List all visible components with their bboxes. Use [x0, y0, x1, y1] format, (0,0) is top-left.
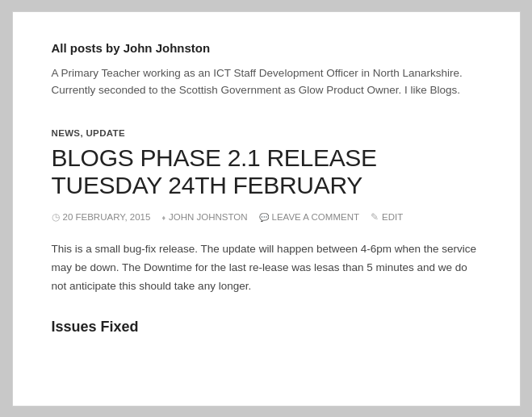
author-heading: All posts by John Johnston [52, 41, 481, 55]
post-title: BLOGS PHASE 2.1 RELEASE TUESDAY 24TH FEB… [52, 144, 481, 200]
post-meta: 20 FEBRUARY, 2015 JOHN JOHNSTON LEAVE A … [52, 211, 481, 223]
post-author: JOHN JOHNSTON [161, 212, 247, 222]
post-comment: LEAVE A COMMENT [259, 212, 359, 222]
post-edit: EDIT [371, 211, 403, 223]
post-section: NEWS, UPDATE BLOGS PHASE 2.1 RELEASE TUE… [52, 128, 481, 336]
comment-icon [259, 212, 269, 222]
post-author-link[interactable]: JOHN JOHNSTON [169, 212, 248, 222]
page-container: All posts by John Johnston A Primary Tea… [12, 11, 521, 407]
author-section: All posts by John Johnston A Primary Tea… [52, 41, 481, 99]
issues-heading: Issues Fixed [52, 319, 481, 336]
author-bio: A Primary Teacher working as an ICT Staf… [52, 65, 481, 99]
edit-icon [371, 211, 379, 223]
person-icon [161, 212, 165, 222]
post-date-text: 20 FEBRUARY, 2015 [63, 212, 151, 222]
post-comment-link[interactable]: LEAVE A COMMENT [272, 212, 359, 222]
post-excerpt: This is a small bug-fix release. The upd… [52, 240, 481, 296]
post-date: 20 FEBRUARY, 2015 [52, 211, 151, 223]
post-categories: NEWS, UPDATE [52, 128, 481, 138]
post-edit-link[interactable]: EDIT [382, 212, 403, 222]
clock-icon [52, 211, 60, 223]
